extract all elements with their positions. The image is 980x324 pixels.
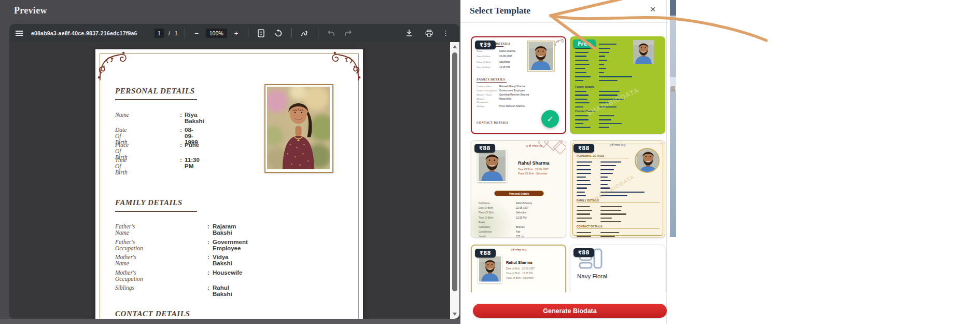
toolbar-separator	[318, 28, 318, 38]
woman-portrait	[267, 87, 330, 169]
mini-rows: NameRahul Sharma Date Of Birth22-08-1997…	[477, 50, 497, 72]
toolbar-separator	[185, 28, 185, 38]
detail-value: Rahul Bakshi	[213, 285, 232, 297]
section-title-personal: PERSONAL DETAILS	[115, 87, 195, 96]
mini-section-title: CONTACT DETAILS	[577, 225, 602, 228]
template-card-green-free[interactable]: Free Family Details	[570, 36, 665, 134]
mini-underline	[477, 82, 507, 83]
detail-label: Siblings	[115, 285, 134, 291]
fit-page-icon	[258, 29, 264, 37]
detail-label: Name	[115, 112, 129, 118]
scroll-down-icon[interactable]	[453, 313, 457, 316]
mini-section-pill: Personal Details	[494, 191, 544, 196]
generate-biodata-button[interactable]: Generate Biodata	[473, 304, 667, 318]
template-card-classic-selected[interactable]: ₹39 PERSONAL DETAILS NameRahul Sharma Da…	[471, 36, 566, 134]
template-photo	[478, 149, 507, 182]
pdf-canvas: PERSONAL DETAILS Name:Riya Bakshi Date O…	[9, 42, 450, 319]
modal-title: Select Template	[470, 5, 530, 16]
mini-subline: Date of Birth : 22-08-1997	[506, 267, 535, 270]
pdf-page: PERSONAL DETAILS Name:Riya Bakshi Date O…	[95, 49, 363, 319]
app-root: Preview e08ab9a3-ae8f-40ce-9837-216edc17…	[0, 0, 980, 324]
mini-text-lines	[577, 160, 661, 198]
template-card-gold-border[interactable]: ₹88 || श्री गणेशाय नमः || Rahul Sharma D…	[471, 245, 566, 292]
detail-value: Rajaram Bakshi	[213, 223, 236, 236]
detail-value: Government Employee	[213, 239, 248, 251]
background-window-sliver	[670, 0, 676, 237]
section-underline	[115, 211, 197, 212]
price-badge: ₹88	[573, 144, 594, 153]
price-badge: ₹88	[475, 249, 496, 258]
mini-subline: Time of Birth : 12:05 PM	[506, 272, 533, 275]
redo-button[interactable]	[342, 27, 355, 39]
preview-panel-title: Preview	[14, 5, 47, 16]
pdf-toolbar: e08ab9a3-ae8f-40ce-9837-216edc17f9a6 1 /…	[9, 24, 459, 42]
close-icon[interactable]: ×	[646, 2, 660, 17]
undo-button[interactable]	[325, 27, 338, 39]
selected-check-icon: ✓	[541, 110, 559, 128]
price-badge: ₹88	[474, 144, 495, 153]
free-badge: Free	[573, 39, 596, 48]
template-card-navy-floral[interactable]: ₹88 Navy Floral	[570, 245, 665, 292]
background-window-sliver-top	[670, 0, 676, 16]
toolbar-separator	[248, 28, 248, 38]
page-count: 1	[175, 30, 178, 36]
download-button[interactable]	[403, 27, 415, 39]
detail-label: Mother's Occupation	[115, 269, 143, 282]
panel-bottom-strip	[0, 319, 460, 324]
print-button[interactable]	[423, 27, 435, 39]
zoom-level[interactable]: 100%	[206, 29, 227, 38]
detail-value: Housewife	[213, 269, 243, 276]
mini-rows: Father's NameRamesh Ramji Sharma Father'…	[477, 85, 562, 109]
annotate-button[interactable]	[299, 27, 311, 39]
print-icon	[425, 30, 433, 37]
invocation-text: ॐ श्री गणेशाय नमः	[505, 144, 564, 148]
rotate-icon	[274, 29, 283, 37]
detail-label: Mother's Name	[115, 254, 136, 266]
section-underline	[115, 99, 197, 100]
ink-pen-icon	[301, 30, 309, 37]
mini-section-title: CONTACT DETAILS	[477, 120, 508, 124]
mini-section-title: FAMILY DETAILS	[477, 77, 505, 81]
page-divider: /	[169, 30, 170, 36]
pdf-vertical-scrollbar[interactable]	[450, 42, 459, 319]
more-options-button[interactable]: ⋮	[442, 29, 449, 37]
background-window-sliver-detail	[670, 86, 675, 91]
price-badge: ₹88	[573, 248, 594, 257]
preview-panel: Preview e08ab9a3-ae8f-40ce-9837-216edc17…	[0, 0, 460, 324]
zoom-out-button[interactable]: −	[192, 29, 201, 37]
rotate-button[interactable]	[272, 27, 285, 39]
detail-value: Vidya Bakshi	[213, 254, 232, 266]
modal-header: Select Template ×	[460, 0, 666, 23]
mini-text-lines	[577, 205, 661, 224]
mini-subline: Place of Birth : Salumbar	[506, 277, 534, 279]
mini-text-lines	[575, 43, 658, 83]
pdf-filename: e08ab9a3-ae8f-40ce-9837-216edc17f9a6	[31, 30, 137, 36]
profile-photo	[264, 84, 333, 173]
template-card-cream-banner[interactable]: ₹88 ॐ श्री गणेशाय नमः Rahul Sharma Date …	[471, 140, 566, 238]
mini-text-lines	[577, 231, 661, 238]
mini-subline: Date Of Birth : 22-08-1997	[518, 168, 549, 171]
menu-icon[interactable]	[16, 31, 23, 36]
template-card-gold-frame[interactable]: ₹88 || श्री गणेशाय नमः || PERSONAL DETAI…	[570, 140, 665, 238]
detail-label: Father's Occupation	[115, 239, 143, 251]
mini-section-title: PERSONAL DETAILS	[577, 154, 604, 157]
template-photo	[478, 255, 502, 283]
mini-subline: Place Of Birth : Salumbar	[518, 172, 547, 175]
mini-rows: Full NameRahul Sharma Date Of Birth22-08…	[479, 202, 562, 238]
price-badge: ₹39	[475, 40, 496, 49]
mini-section-title: Family Details	[575, 85, 594, 88]
detail-label: Father's Name	[115, 223, 135, 236]
scroll-up-icon[interactable]	[453, 45, 457, 48]
download-icon	[405, 29, 413, 37]
zoom-in-button[interactable]: +	[232, 29, 241, 37]
detail-label: Time Of Birth	[115, 157, 128, 176]
detail-value: Pune	[185, 142, 199, 148]
template-list: ₹39 PERSONAL DETAILS NameRahul Sharma Da…	[460, 23, 667, 292]
template-photo	[527, 40, 555, 72]
scrollbar-thumb[interactable]	[452, 52, 457, 291]
page-number-input[interactable]: 1	[155, 29, 164, 38]
mini-underline	[577, 158, 628, 158]
undo-icon	[327, 30, 335, 37]
section-title-contact: CONTACT DETAILS	[115, 309, 190, 318]
fit-page-button[interactable]	[255, 27, 268, 39]
